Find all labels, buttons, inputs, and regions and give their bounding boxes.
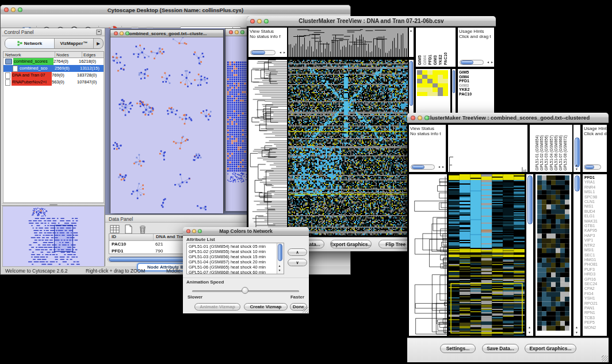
close-icon[interactable] <box>186 229 190 233</box>
gene-label[interactable]: BUD4 <box>584 209 607 214</box>
matrix-cell[interactable] <box>433 79 438 83</box>
gene-label[interactable]: MAK31 <box>584 219 607 224</box>
matrix-cell[interactable] <box>443 75 448 79</box>
matrix-cell[interactable] <box>438 87 443 92</box>
tv1-top-scroll-strip[interactable]: ▴ <box>408 27 414 58</box>
gene-label[interactable]: VIP1 <box>584 238 607 243</box>
matrix-cell[interactable] <box>422 83 427 88</box>
gene-label[interactable]: PUF3 <box>584 267 607 272</box>
trash-icon[interactable] <box>138 224 147 234</box>
matrix-cell[interactable] <box>427 75 433 79</box>
tv1-hints-hscrollbar[interactable] <box>460 60 484 65</box>
scrollbar-thumb[interactable] <box>410 61 413 106</box>
resize-grip[interactable] <box>302 306 308 313</box>
minimize-icon[interactable] <box>257 19 262 24</box>
tv2-status-hscrollbar[interactable] <box>411 164 435 170</box>
matrix-cell[interactable] <box>433 83 438 88</box>
matrix-cell[interactable] <box>443 70 448 75</box>
matrix-cell[interactable] <box>443 83 448 88</box>
scroll-up-icon[interactable]: ▴ <box>576 325 577 329</box>
gene-label[interactable]: MON2 <box>584 325 607 330</box>
tv2-row-dendrogram[interactable] <box>408 174 447 336</box>
move-up-button[interactable]: ∧ <box>288 248 307 256</box>
scroll-up-icon[interactable]: ▴ <box>529 325 530 329</box>
close-icon[interactable] <box>114 32 118 36</box>
matrix-cell[interactable] <box>427 83 433 88</box>
scrollbar-thumb[interactable] <box>461 60 473 64</box>
network-row[interactable]: DNA and Tran 07769(0)183728(0) <box>3 72 104 79</box>
tv1-heatmap[interactable] <box>288 59 408 236</box>
scroll-up-icon[interactable]: ▴ <box>576 163 577 167</box>
new-page-icon[interactable] <box>124 224 133 234</box>
matrix-cell[interactable] <box>443 92 448 97</box>
matrix-cell[interactable] <box>438 83 443 88</box>
treeview2-title-bar[interactable]: ClusterMaker TreeView : combined_scores_… <box>407 113 609 123</box>
gene-label[interactable]: TCB3 <box>584 316 607 320</box>
scroll-up-icon[interactable]: ▴ <box>410 29 412 32</box>
gene-label[interactable]: KAP95 <box>584 228 607 233</box>
dialog-title-bar[interactable]: Map Colors to Network <box>183 227 309 236</box>
speed-slider[interactable] <box>192 287 299 295</box>
tv2-heatmap[interactable] <box>448 174 525 336</box>
scrollbar-thumb[interactable] <box>412 165 424 169</box>
scrollbar-thumb[interactable] <box>527 175 533 224</box>
scroll-down-icon[interactable]: ▾ <box>279 269 281 272</box>
attribute-item[interactable]: GPL51-01 (GSM854) heat shock 05 min <box>189 244 284 249</box>
gene-label[interactable]: GIM4 <box>459 75 494 79</box>
gene-label[interactable]: PAN1 <box>584 306 607 311</box>
network-overview-canvas[interactable] <box>2 206 105 267</box>
attribute-item[interactable]: GPL51-07 (GSM868) heat shock 60 min <box>189 270 284 274</box>
gene-label[interactable]: YRA1 <box>584 180 607 185</box>
tv1-column-dendrogram[interactable] <box>288 27 408 58</box>
scrollbar-thumb[interactable] <box>251 51 265 55</box>
matrix-cell[interactable] <box>417 75 422 79</box>
tv2-labels-vscrollbar[interactable]: ▴ ▾ <box>573 124 581 173</box>
zoom-window-icon[interactable] <box>424 116 429 120</box>
close-icon[interactable] <box>229 30 233 35</box>
matrix-cell[interactable] <box>422 92 427 97</box>
tab-network[interactable]: Network <box>5 39 55 48</box>
gene-label[interactable]: GIM5 <box>459 70 494 75</box>
gene-label[interactable]: NIS1 <box>584 204 607 209</box>
gene-label[interactable]: RPO21 <box>584 301 607 306</box>
matrix-cell[interactable] <box>427 92 433 97</box>
matrix-cell[interactable] <box>427 70 433 75</box>
matrix-cell[interactable] <box>433 70 438 75</box>
matrix-cell[interactable] <box>417 83 422 88</box>
matrix-cell[interactable] <box>422 75 427 79</box>
scroll-down-icon[interactable]: ▾ <box>529 331 530 334</box>
animate-vizmap-button[interactable]: Animate Vizmap <box>194 303 240 311</box>
gene-label[interactable]: NTR2 <box>584 243 607 248</box>
matrix-cell[interactable] <box>443 79 448 83</box>
minimize-icon[interactable] <box>11 7 16 12</box>
zoom-window-icon[interactable] <box>198 229 202 233</box>
minimize-icon[interactable] <box>235 30 239 35</box>
treeview1-title-bar[interactable]: ClusterMaker TreeView : DNA and Tran 07-… <box>247 16 496 26</box>
gene-label[interactable]: HAP3 <box>584 233 607 238</box>
network-view-canvas[interactable] <box>110 37 223 213</box>
gene-label[interactable]: FIG4 <box>584 292 607 296</box>
matrix-cell[interactable] <box>438 75 443 79</box>
network-row[interactable]: RNAPuberNov2+I563(0)107847(0) <box>3 79 104 86</box>
tv2-column-dendrogram[interactable] <box>447 124 528 173</box>
zoom-window-icon[interactable] <box>125 32 129 36</box>
table-icon[interactable] <box>110 225 120 233</box>
scroll-down-icon[interactable]: ▾ <box>576 167 577 171</box>
gene-label[interactable]: SPC98 <box>584 195 607 200</box>
tv2-heatmap-vscrollbar[interactable]: ▴ ▾ <box>526 174 534 336</box>
close-icon[interactable] <box>250 19 255 24</box>
matrix-cell[interactable] <box>433 75 438 79</box>
network-table-header[interactable]: Network Nodes Edges <box>3 51 104 58</box>
create-vizmap-button[interactable]: Create Vizmap <box>244 303 288 311</box>
settings-button[interactable]: Settings... <box>440 344 476 353</box>
gene-label[interactable]: SEC24 <box>584 282 607 286</box>
attribute-item[interactable]: GPL51-03 (GSM856) heat shock 15 min <box>189 254 284 259</box>
gene-label[interactable]: GPI16 <box>584 277 607 282</box>
zoom-window-icon[interactable] <box>240 30 244 35</box>
gene-label[interactable]: HMG1 <box>584 258 607 262</box>
matrix-cell[interactable] <box>438 70 443 75</box>
scroll-right-icon[interactable]: ▸ <box>491 60 493 64</box>
tv1-row-dendrogram[interactable] <box>248 59 288 236</box>
matrix-cell[interactable] <box>422 70 427 75</box>
network-row[interactable]: combined_sco2569(6)13112(15) <box>3 65 104 72</box>
